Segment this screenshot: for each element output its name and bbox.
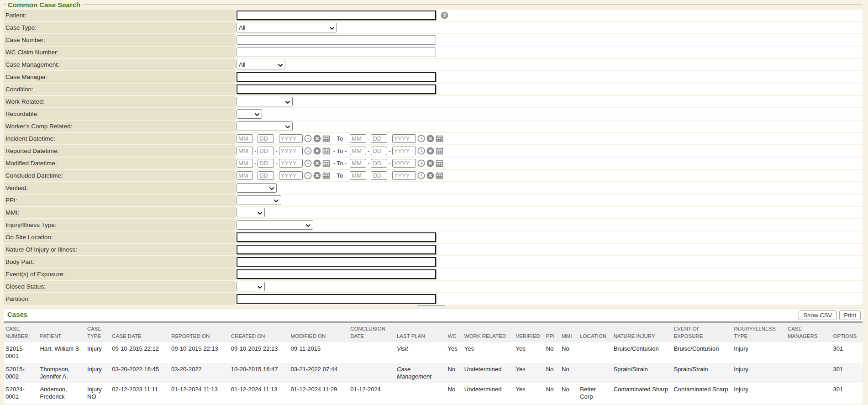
calendar-icon[interactable] [436,159,443,167]
modified-datetime-from-day-input[interactable] [258,159,274,168]
common-case-search-panel: Common Case Search Patient:?Case Type:Al… [4,0,863,305]
concluded-datetime-from-day-input[interactable] [258,171,274,180]
calendar-icon[interactable] [322,147,330,155]
on-site-location-input[interactable] [237,232,436,242]
wc-cell: No [446,383,463,404]
calendar-icon[interactable] [322,159,330,167]
modified-datetime-from-month-input[interactable] [237,159,253,168]
clock-icon[interactable] [304,135,312,142]
incident-datetime-from-month-input[interactable] [237,134,253,143]
concluded-datetime-to-day-input[interactable] [371,171,387,180]
column-header-last-plan: LAST PLAN [395,322,446,343]
incident-datetime-from-day-input[interactable] [258,134,274,143]
table-row-2[interactable]: S2015-0002Thompson, Jennifer A.Injury03-… [4,363,863,384]
reported-datetime-to-month-input[interactable] [350,147,366,155]
help-icon[interactable]: ? [441,11,448,19]
modified-datetime-to-month-input[interactable] [350,159,366,168]
mmi-select[interactable] [237,208,265,217]
print-button[interactable]: Print [839,310,861,320]
chevron-down-icon [282,98,290,105]
body-part-input[interactable] [237,257,436,267]
table-row-1[interactable]: S2015-0001Hart, William S.Injury09-10-20… [4,342,863,363]
clear-icon[interactable] [313,172,321,179]
case-type-select[interactable]: All [237,23,337,32]
cases-toolbar: Show CSV Print [799,310,861,320]
reported-datetime-to-day-input[interactable] [371,147,387,155]
calendar-icon[interactable] [322,172,330,179]
date-separator: - [389,160,390,167]
clock-icon[interactable] [304,172,312,179]
clear-icon[interactable] [313,159,321,167]
incident-datetime-from-year-input[interactable] [279,134,303,143]
table-row-3[interactable]: S2024-0001Anderson, FrederickInjury NO02… [4,383,863,404]
ppi-select[interactable] [237,195,281,205]
search-button-partial[interactable] [417,305,445,309]
recordable-select[interactable] [237,109,262,119]
event-s-of-exposure-input[interactable] [237,269,436,279]
column-header-work-related: WORK RELATED [463,322,514,343]
cases-title: Cases [7,310,27,318]
field-label-on-site-location: On Site Location: [4,231,236,243]
patient-input[interactable] [237,11,436,20]
reported-datetime-from-year-input[interactable] [279,147,303,155]
calendar-icon[interactable] [436,172,443,179]
concluded-datetime-to-month-input[interactable] [350,171,366,180]
incident-datetime-to-day-input[interactable] [371,134,387,143]
verified-select[interactable] [237,183,277,193]
case-manager-input[interactable] [237,72,436,82]
incident-datetime-to-month-input[interactable] [350,134,366,143]
calendar-icon[interactable] [322,135,330,142]
modified-datetime-from-year-input[interactable] [279,159,303,168]
field-label-closed-status: Closed Status: [4,281,236,292]
patient-cell: Anderson, Frederick [38,383,85,404]
clear-icon[interactable] [426,159,434,167]
injury-illness-type-select[interactable] [237,220,313,230]
clock-icon[interactable] [417,135,425,142]
partition-input[interactable] [237,294,436,304]
case-date-cell: 03-20-2022 16:45 [110,363,169,384]
clock-icon[interactable] [417,159,425,167]
modified-datetime-to-year-input[interactable] [392,159,416,168]
case-management-select[interactable]: All [237,60,285,69]
modified-datetime-to-day-input[interactable] [371,159,387,168]
condition-input[interactable] [237,84,436,94]
reported-datetime-to-year-input[interactable] [392,147,416,155]
date-separator: - [368,147,369,154]
calendar-icon[interactable] [436,135,443,142]
reported-datetime-from-month-input[interactable] [237,147,253,155]
clear-icon[interactable] [426,172,434,179]
work-related-cell: Undetermined [463,363,514,384]
wc-claim-number-input[interactable] [237,47,436,57]
reported-datetime-from-day-input[interactable] [258,147,274,155]
to-label: - To - [333,135,347,142]
worker-s-comp-related-select[interactable] [237,121,293,131]
form-row-closed-status: Closed Status: [4,281,863,292]
created-on-cell: 09-10-2015 22:13 [229,342,289,363]
to-label: - To - [333,172,347,179]
clock-icon[interactable] [417,172,425,179]
show-csv-button[interactable]: Show CSV [799,310,836,320]
column-header-event-of-exposure: EVENT OF EXPOSURE [672,322,732,343]
clock-icon[interactable] [417,147,425,155]
clear-icon[interactable] [313,135,321,142]
injury-illness-type-cell: Injury [732,363,786,384]
work-related-select[interactable] [237,97,293,106]
clock-icon[interactable] [304,159,312,167]
case-number-input[interactable] [237,35,436,45]
incident-datetime-to-year-input[interactable] [392,134,416,143]
field-content-closed-status [236,281,863,292]
nature-of-injury-or-illness-input[interactable] [237,245,436,254]
form-row-incident-datetime: Incident Datetime:--- To --- [4,133,863,144]
concluded-datetime-to-year-input[interactable] [392,171,416,180]
form-row-recordable: Recordable: [4,108,863,120]
calendar-icon[interactable] [436,147,443,155]
concluded-datetime-from-year-input[interactable] [279,171,303,180]
field-content-verified [236,182,863,194]
clear-icon[interactable] [426,147,434,155]
field-label-nature-of-injury-or-illness: Nature Of Injury or Illness: [4,244,236,255]
clear-icon[interactable] [426,135,434,142]
closed-status-select[interactable] [237,282,265,291]
concluded-datetime-from-month-input[interactable] [237,171,253,180]
clock-icon[interactable] [304,147,312,155]
clear-icon[interactable] [313,147,321,155]
